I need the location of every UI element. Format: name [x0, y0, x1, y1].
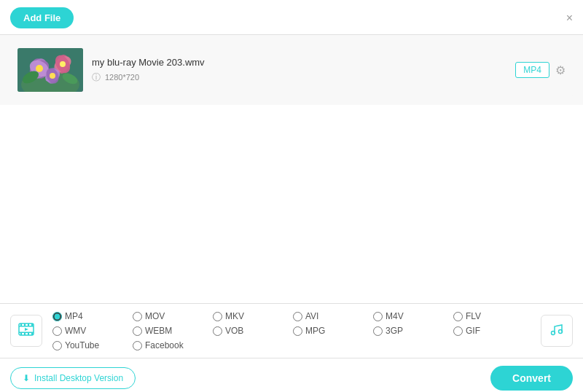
radio-mov[interactable]	[133, 312, 142, 321]
radio-mkv[interactable]	[213, 312, 222, 321]
file-name: my blu-ray Movie 203.wmv	[92, 57, 515, 68]
svg-rect-26	[28, 333, 29, 335]
radio-wmv[interactable]	[52, 326, 62, 336]
file-thumbnail	[17, 48, 83, 92]
file-meta: ⓘ 1280*720	[92, 71, 515, 84]
video-format-icon-box[interactable]	[10, 315, 42, 347]
format-badge[interactable]: MP4	[515, 62, 549, 78]
radio-mpg[interactable]	[293, 326, 302, 336]
radio-facebook[interactable]	[133, 341, 142, 350]
format-option-avi[interactable]: AVI	[293, 311, 370, 321]
info-icon: ⓘ	[92, 71, 101, 84]
radio-gif[interactable]	[453, 326, 463, 336]
format-option-youtube[interactable]: YouTube	[52, 340, 130, 350]
radio-3gp[interactable]	[373, 326, 383, 336]
download-icon: ⬇	[23, 373, 30, 383]
radio-avi[interactable]	[293, 312, 302, 321]
film-svg	[17, 321, 35, 338]
svg-point-6	[36, 65, 43, 72]
format-option-vob[interactable]: VOB	[213, 326, 290, 336]
format-option-mov[interactable]: MOV	[133, 311, 210, 321]
install-desktop-button[interactable]: ⬇ Install Desktop Version	[10, 367, 136, 389]
thumbnail-image	[17, 48, 83, 92]
format-option-mkv[interactable]: MKV	[213, 311, 290, 321]
install-label: Install Desktop Version	[34, 373, 123, 383]
format-option-flv[interactable]: FLV	[453, 311, 531, 321]
convert-button[interactable]: Convert	[490, 366, 573, 391]
radio-webm[interactable]	[133, 326, 142, 336]
radio-vob[interactable]	[213, 326, 222, 336]
film-icon	[17, 321, 35, 342]
format-option-mp4[interactable]: MP4	[52, 311, 130, 321]
svg-point-30	[559, 329, 563, 333]
thumbnail-svg	[17, 48, 83, 92]
radio-youtube[interactable]	[52, 341, 62, 350]
format-option-wmv[interactable]: WMV	[52, 326, 130, 336]
format-option-facebook[interactable]: Facebook	[133, 340, 210, 350]
format-option-gif[interactable]: GIF	[453, 326, 531, 336]
svg-point-29	[552, 331, 555, 334]
audio-format-icon-box[interactable]	[541, 315, 573, 347]
file-resolution: 1280*720	[105, 73, 139, 82]
radio-flv[interactable]	[453, 312, 463, 321]
format-options-grid: MP4 MOV MKV AVI M4V FLV WMV WEBM VOB MPG	[52, 311, 531, 350]
svg-marker-28	[25, 328, 28, 331]
format-bar: MP4 MOV MKV AVI M4V FLV WMV WEBM VOB MPG	[0, 303, 583, 358]
svg-rect-21	[24, 324, 26, 326]
svg-rect-18	[19, 326, 34, 327]
radio-mp4[interactable]	[52, 312, 62, 321]
file-actions: MP4 ⚙	[515, 62, 566, 78]
format-option-m4v[interactable]: M4V	[373, 311, 450, 321]
radio-m4v[interactable]	[373, 312, 383, 321]
svg-point-10	[60, 61, 66, 67]
format-option-webm[interactable]: WEBM	[133, 326, 210, 336]
format-option-3gp[interactable]: 3GP	[373, 326, 450, 336]
svg-rect-25	[24, 333, 26, 335]
bottom-bar: ⬇ Install Desktop Version Convert	[0, 358, 583, 392]
file-info: my blu-ray Movie 203.wmv ⓘ 1280*720	[83, 57, 515, 84]
svg-rect-19	[19, 332, 34, 333]
svg-rect-24	[20, 333, 22, 335]
close-button[interactable]: ×	[566, 12, 573, 24]
file-list: my blu-ray Movie 203.wmv ⓘ 1280*720 MP4 …	[0, 35, 583, 105]
settings-button[interactable]: ⚙	[555, 63, 566, 77]
svg-point-14	[50, 73, 55, 79]
svg-rect-22	[28, 324, 29, 326]
top-bar: Add File ×	[0, 0, 583, 34]
add-file-button[interactable]: Add File	[10, 7, 74, 28]
music-icon	[549, 321, 565, 341]
format-option-mpg[interactable]: MPG	[293, 326, 370, 336]
content-area	[0, 105, 583, 303]
svg-rect-23	[31, 324, 33, 326]
file-item: my blu-ray Movie 203.wmv ⓘ 1280*720 MP4 …	[10, 42, 573, 98]
svg-rect-27	[31, 333, 33, 335]
svg-rect-20	[20, 324, 22, 326]
music-svg	[549, 321, 565, 337]
